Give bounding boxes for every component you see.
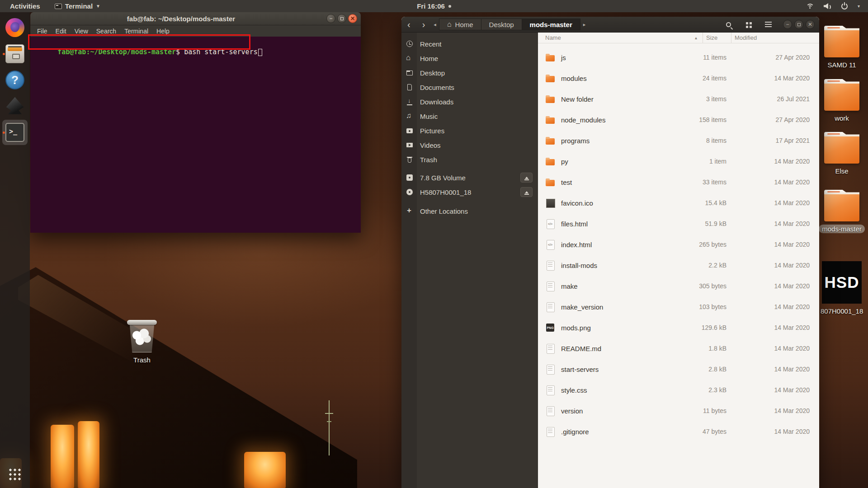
table-row[interactable]: make 305 bytes 14 Mar 2020 <box>538 276 819 296</box>
breadcrumb-label: Desktop <box>489 21 514 28</box>
table-row[interactable]: programs 8 items 17 Apr 2021 <box>538 130 819 151</box>
table-row[interactable]: favicon.ico 15.4 kB 14 Mar 2020 <box>538 192 819 213</box>
file-manager-headerbar[interactable]: ‹ › ◂ ⌂ Home Desktop mods-master ▸ − <box>401 17 819 33</box>
file-name: version <box>561 407 583 415</box>
file-type-icon <box>545 239 555 249</box>
column-header-size[interactable]: Size <box>703 33 731 43</box>
trash-label: Trash <box>133 356 151 364</box>
activities-button[interactable]: Activities <box>7 2 43 10</box>
search-button[interactable] <box>721 19 736 30</box>
desktop-icon[interactable]: SAMD 11 <box>817 25 866 69</box>
file-modified-date: 14 Mar 2020 <box>774 241 812 248</box>
eject-button[interactable] <box>520 187 533 197</box>
desktop-icon[interactable]: work <box>817 78 866 122</box>
file-type-icon <box>545 73 555 83</box>
table-row[interactable]: make_version 103 bytes 14 Mar 2020 <box>538 296 819 317</box>
file-size: 1.8 kB <box>708 345 731 352</box>
minimize-button[interactable]: − <box>783 20 792 29</box>
sidebar-device-item[interactable]: 7.8 GB Volume <box>401 170 538 185</box>
sidebar-item[interactable]: Documents <box>401 80 538 94</box>
back-button[interactable]: ‹ <box>401 20 416 29</box>
show-applications-button[interactable] <box>6 465 24 483</box>
table-row[interactable]: modules 24 items 14 Mar 2020 <box>538 68 819 89</box>
dock-item[interactable] <box>2 120 28 145</box>
minimize-button[interactable]: − <box>326 14 335 23</box>
close-button[interactable]: ✕ <box>348 14 357 23</box>
column-header-name[interactable]: Name ▴ <box>538 34 703 41</box>
dock-app-icon <box>5 44 24 63</box>
forward-button[interactable]: › <box>416 20 431 29</box>
sidebar-item[interactable]: Music <box>401 109 538 123</box>
file-size: 33 items <box>703 178 731 186</box>
sidebar-item-icon <box>406 54 414 62</box>
file-type-icon <box>545 427 555 436</box>
file-name: py <box>561 158 568 165</box>
sidebar-item-label: Music <box>420 113 438 120</box>
sidebar-item[interactable]: Pictures <box>401 123 538 138</box>
file-modified-date: 14 Mar 2020 <box>774 303 812 310</box>
sidebar-item-other-locations[interactable]: Other Locations <box>401 204 538 218</box>
breadcrumb-item[interactable]: Desktop <box>481 19 522 30</box>
app-menu-button[interactable]: Terminal ▼ <box>55 2 100 10</box>
clock-button[interactable]: Fri 16:06 <box>417 2 445 10</box>
table-row[interactable]: index.html 265 bytes 14 Mar 2020 <box>538 234 819 255</box>
desktop-icon[interactable]: mods-master <box>817 189 866 233</box>
dock-app-icon <box>5 123 24 142</box>
file-modified-date: 14 Mar 2020 <box>774 407 812 414</box>
table-row[interactable]: version 11 bytes 14 Mar 2020 <box>538 400 819 421</box>
file-size: 11 bytes <box>703 407 731 414</box>
desktop-icon[interactable]: HSD 807H0001_18 <box>817 261 866 315</box>
breadcrumb-item[interactable]: mods-master <box>522 19 580 30</box>
table-row[interactable]: py 1 item 14 Mar 2020 <box>538 151 819 172</box>
dock-item[interactable] <box>2 41 28 66</box>
table-row[interactable]: test 33 items 14 Mar 2020 <box>538 172 819 192</box>
desktop-icon[interactable]: Else <box>817 131 866 175</box>
plus-icon <box>406 207 414 215</box>
file-modified-date: 26 Jul 2021 <box>777 95 812 103</box>
path-scroll-right-icon[interactable]: ▸ <box>580 22 589 28</box>
terminal-screen[interactable]: fab@fab:~/Desktop/mods-master$ bash star… <box>30 37 361 233</box>
trash-desktop-icon[interactable]: Trash <box>120 319 164 364</box>
dock-item[interactable] <box>2 67 28 93</box>
table-row[interactable]: node_modules 158 items 27 Apr 2020 <box>538 109 819 130</box>
sidebar-item[interactable]: Downloads <box>401 94 538 109</box>
terminal-titlebar[interactable]: fab@fab: ~/Desktop/mods-master − ✕ <box>30 12 361 25</box>
table-row[interactable]: New folder 3 items 26 Jul 2021 <box>538 89 819 109</box>
sidebar-item[interactable]: Home <box>401 51 538 66</box>
grid-view-button[interactable] <box>741 19 756 30</box>
sidebar-item[interactable]: Trash <box>401 152 538 167</box>
maximize-button[interactable] <box>337 14 346 23</box>
file-modified-date: 27 Apr 2020 <box>775 54 812 61</box>
close-button[interactable]: ✕ <box>806 20 815 29</box>
dock-item[interactable] <box>2 94 28 119</box>
breadcrumb-item[interactable]: ⌂ Home <box>439 19 481 30</box>
maximize-icon <box>340 17 344 20</box>
file-size: 8 items <box>706 137 731 144</box>
system-status-area[interactable]: ▾ <box>806 3 868 9</box>
dock-app-icon <box>5 18 24 37</box>
dock-item[interactable] <box>2 15 28 40</box>
table-row[interactable]: .gitignore 47 bytes 14 Mar 2020 <box>538 421 819 442</box>
table-row[interactable]: files.html 51.9 kB 14 Mar 2020 <box>538 213 819 234</box>
column-label: Name <box>545 34 561 41</box>
sidebar-item-label: Downloads <box>420 98 453 106</box>
eject-button[interactable] <box>520 173 533 183</box>
sidebar-item[interactable]: Recent <box>401 37 538 51</box>
sidebar-device-item[interactable]: H5807H0001_18 <box>401 185 538 199</box>
table-row[interactable]: README.md 1.8 kB 14 Mar 2020 <box>538 338 819 359</box>
table-row[interactable]: js 11 items 27 Apr 2020 <box>538 47 819 68</box>
table-row[interactable]: mods.png 129.6 kB 14 Mar 2020 <box>538 317 819 338</box>
file-name: .gitignore <box>561 428 589 436</box>
table-row[interactable]: start-servers 2.8 kB 14 Mar 2020 <box>538 359 819 380</box>
hamburger-menu-button[interactable] <box>760 19 776 30</box>
path-scroll-left-icon[interactable]: ◂ <box>431 22 439 28</box>
table-row[interactable]: install-mods 2.2 kB 14 Mar 2020 <box>538 255 819 276</box>
maximize-button[interactable] <box>794 20 803 29</box>
sidebar-item[interactable]: Videos <box>401 138 538 152</box>
sidebar-item-icon <box>406 155 414 164</box>
table-row[interactable]: style.css 2.3 kB 14 Mar 2020 <box>538 380 819 400</box>
file-size: 11 items <box>703 54 731 61</box>
sidebar-item[interactable]: Desktop <box>401 66 538 80</box>
column-header-modified[interactable]: Modified <box>731 33 812 43</box>
home-icon: ⌂ <box>447 21 452 28</box>
